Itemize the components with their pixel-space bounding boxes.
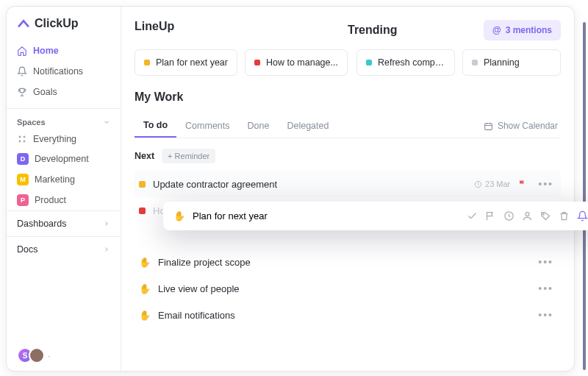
lineup-card[interactable]: Plan for next year bbox=[135, 49, 237, 76]
show-calendar-button[interactable]: Show Calendar bbox=[484, 121, 561, 131]
tab-delegated[interactable]: Delegated bbox=[278, 115, 337, 137]
svg-point-1 bbox=[24, 136, 25, 138]
status-dot-icon bbox=[366, 60, 372, 65]
trash-icon[interactable] bbox=[559, 210, 570, 221]
hand-icon: ✋ bbox=[173, 210, 185, 221]
tag-icon[interactable] bbox=[540, 210, 551, 221]
card-label: Plan for next year bbox=[156, 57, 228, 68]
svg-point-2 bbox=[19, 141, 21, 142]
add-reminder-button[interactable]: + Reminder bbox=[162, 149, 215, 163]
space-development[interactable]: D Development bbox=[7, 149, 121, 169]
svg-point-9 bbox=[542, 213, 544, 215]
calendar-icon bbox=[484, 121, 493, 131]
nav-label: Goals bbox=[33, 87, 57, 97]
nav-label: Home bbox=[33, 46, 59, 56]
task-more-button[interactable]: ••• bbox=[535, 283, 556, 294]
next-label: Next bbox=[135, 151, 154, 161]
brand-name: ClickUp bbox=[35, 17, 79, 30]
flag-icon[interactable] bbox=[485, 210, 496, 221]
space-marketing[interactable]: M Marketing bbox=[7, 169, 121, 190]
task-actions-popover: ✋ Plan for next year bbox=[163, 202, 588, 230]
lineup-section: LineUp bbox=[135, 20, 348, 33]
trending-section: Trending @ 3 mentions bbox=[348, 20, 561, 40]
home-icon bbox=[17, 46, 27, 56]
tab-comments[interactable]: Comments bbox=[176, 115, 238, 137]
bell-icon[interactable] bbox=[577, 210, 588, 221]
space-label: Everything bbox=[33, 134, 76, 144]
task-title: Live view of people bbox=[158, 283, 528, 294]
status-dot-icon bbox=[472, 60, 478, 65]
space-badge-icon: D bbox=[17, 153, 29, 165]
space-everything[interactable]: Everything bbox=[7, 130, 121, 149]
chevron-right-icon bbox=[103, 220, 110, 227]
card-label: How to manage... bbox=[266, 57, 338, 68]
task-row[interactable]: ✋ Finalize project scope ••• bbox=[135, 249, 561, 275]
space-label: Product bbox=[35, 195, 66, 205]
card-label: Refresh compan... bbox=[378, 57, 445, 68]
task-title: Finalize project scope bbox=[158, 257, 528, 268]
task-more-button[interactable]: ••• bbox=[535, 178, 556, 190]
lineup-title: LineUp bbox=[135, 20, 348, 33]
svg-point-3 bbox=[24, 141, 25, 142]
at-icon: @ bbox=[492, 25, 501, 35]
task-title: Update contractor agreement bbox=[153, 179, 467, 190]
task-more-button[interactable]: ••• bbox=[535, 309, 556, 321]
hand-icon: ✋ bbox=[139, 310, 151, 321]
popover-title: Plan for next year bbox=[193, 210, 268, 221]
nav-docs[interactable]: Docs bbox=[7, 236, 121, 262]
svg-rect-4 bbox=[485, 123, 492, 130]
chevron-right-icon bbox=[103, 246, 110, 253]
task-row[interactable]: ✋ Email notifications ••• bbox=[135, 302, 561, 328]
flag-icon[interactable] bbox=[517, 180, 528, 188]
status-dot-icon bbox=[139, 207, 146, 214]
nav-goals[interactable]: Goals bbox=[7, 82, 121, 102]
app-window: ClickUp Home Notifications Goals Spaces bbox=[6, 6, 575, 372]
trending-title: Trending bbox=[348, 24, 398, 37]
sidebar: ClickUp Home Notifications Goals Spaces bbox=[7, 7, 121, 371]
spaces-header[interactable]: Spaces bbox=[7, 108, 121, 130]
user-avatars[interactable]: S - bbox=[7, 347, 121, 363]
status-dot-icon bbox=[144, 60, 150, 65]
task-row[interactable]: Update contractor agreement 23 Mar ••• bbox=[135, 171, 561, 197]
lineup-card[interactable]: How to manage... bbox=[245, 49, 348, 76]
task-more-button[interactable]: ••• bbox=[535, 256, 556, 268]
clickup-logo-icon bbox=[17, 17, 30, 30]
task-title: Email notifications bbox=[158, 310, 528, 321]
space-product[interactable]: P Product bbox=[7, 190, 121, 210]
nav-dashboards[interactable]: Dashboards bbox=[7, 210, 121, 236]
tab-done[interactable]: Done bbox=[239, 115, 279, 137]
space-label: Development bbox=[35, 154, 89, 164]
mywork-tabs: To do Comments Done Delegated Show Calen… bbox=[135, 114, 561, 138]
svg-point-8 bbox=[526, 213, 529, 216]
mywork-title: My Work bbox=[135, 91, 561, 104]
user-icon[interactable] bbox=[522, 210, 533, 221]
trending-card[interactable]: Refresh compan... bbox=[356, 49, 455, 76]
space-badge-icon: M bbox=[17, 174, 29, 185]
trending-card[interactable]: Planning bbox=[462, 49, 561, 76]
trophy-icon bbox=[17, 87, 27, 97]
space-badge-icon: P bbox=[17, 194, 29, 206]
task-date: 23 Mar bbox=[474, 180, 510, 188]
task-row[interactable]: ✋ Live view of people ••• bbox=[135, 275, 561, 302]
brand-logo[interactable]: ClickUp bbox=[7, 17, 121, 40]
nav-home[interactable]: Home bbox=[7, 40, 121, 61]
card-label: Planning bbox=[484, 57, 520, 68]
clock-icon[interactable] bbox=[503, 210, 514, 221]
hand-icon: ✋ bbox=[139, 257, 151, 268]
status-dot-icon bbox=[139, 181, 146, 188]
grid-icon bbox=[17, 134, 27, 144]
status-dot-icon bbox=[254, 60, 260, 65]
main-content: LineUp Trending @ 3 mentions Plan for ne… bbox=[121, 7, 574, 371]
nav-notifications[interactable]: Notifications bbox=[7, 61, 121, 82]
hand-icon: ✋ bbox=[139, 283, 151, 294]
bell-icon bbox=[17, 66, 27, 77]
clock-icon bbox=[474, 180, 482, 188]
task-list: Update contractor agreement 23 Mar ••• H… bbox=[135, 171, 561, 328]
avatar[interactable] bbox=[29, 347, 45, 363]
space-label: Marketing bbox=[35, 174, 75, 185]
check-icon[interactable] bbox=[467, 210, 478, 221]
svg-point-0 bbox=[19, 136, 21, 138]
nav-label: Notifications bbox=[33, 66, 83, 77]
tab-todo[interactable]: To do bbox=[135, 114, 176, 138]
mentions-button[interactable]: @ 3 mentions bbox=[484, 20, 561, 40]
